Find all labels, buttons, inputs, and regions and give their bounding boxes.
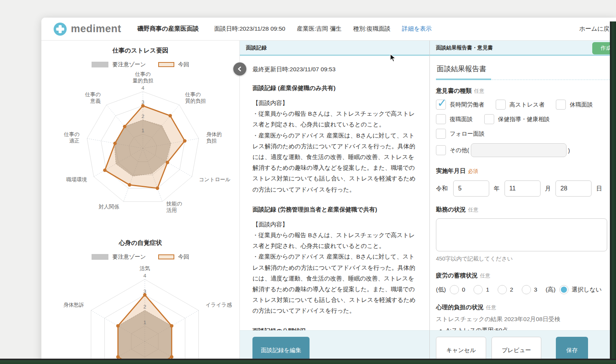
svg-text:技能の活用: 技能の活用: [166, 201, 182, 213]
svg-text:仕事の量的負担: 仕事の量的負担: [133, 71, 154, 84]
report-tab-row: 面談結果報告書: [436, 64, 611, 80]
svg-text:仕事の質的負担: 仕事の質的負担: [185, 92, 206, 104]
checkbox-unchecked[interactable]: [436, 145, 446, 155]
day-input[interactable]: [555, 180, 591, 197]
checkbox-label: その他(: [450, 147, 469, 154]
radio-option[interactable]: 選択しない: [559, 285, 602, 294]
radar-chart-svg-physical-symptoms: 1234活気イライラ感疲労感不安感抑うつ感身体愁訴: [41, 262, 239, 364]
report-panel: 面談結果報告書・意見書 作成 面談結果報告書 意見書の種類任意 ✓長時間労働者高…: [430, 41, 616, 364]
legend-current-swatch: [158, 62, 174, 67]
checkbox-unchecked[interactable]: [496, 100, 506, 110]
chart-legend: 要注意ゾーン 今回: [41, 253, 239, 261]
last-updated: 最終更新日時:2023/11/07 09:53: [252, 66, 419, 74]
legend-caution-swatch: [92, 62, 108, 67]
checkbox-label: 高ストレス者: [510, 101, 544, 108]
collapse-panel-button[interactable]: [233, 62, 246, 75]
checkbox-option[interactable]: 復職面談: [436, 114, 473, 124]
record-section-body: 【面談内容】 ・従業員からの報告 Bさんは、ストレスチェックで高ストレス者と判定…: [252, 219, 419, 316]
legend-caution-label: 要注意ゾーン: [112, 61, 146, 68]
svg-text:4: 4: [141, 85, 144, 91]
date-section: 実施年月日必須 令和 年 月 日: [436, 167, 616, 197]
month-input[interactable]: [505, 180, 541, 197]
year-input[interactable]: [453, 180, 489, 197]
year-unit: 年: [494, 185, 500, 193]
records-panel-header: 面談記録: [240, 41, 429, 56]
svg-text:仕事の意義: 仕事の意義: [85, 92, 101, 104]
screen: mediment 磯野商事の産業医面談 面談日時:2023/11/28 09:5…: [0, 0, 616, 364]
checkbox-option[interactable]: ✓長時間労働者: [436, 100, 484, 110]
fatigue-section: 疲労の蓄積状況任意 (低)0123(高)選択しない: [436, 272, 616, 294]
svg-text:1: 1: [141, 128, 144, 133]
checkbox-unchecked[interactable]: [484, 114, 494, 124]
app-body: 仕事のストレス要因 要注意ゾーン 今回 1234仕事の量的負担仕事の質的負担身体…: [41, 41, 616, 364]
opinion-type-options: ✓長時間労働者高ストレス者休職面談復職面談保健指導・健康相談フォロー面談その他(…: [436, 100, 616, 162]
radar-chart-physical-symptoms: 心身の自覚症状 要注意ゾーン 今回 1234活気イライラ感疲労感不安感抑うつ感身…: [41, 233, 239, 364]
radio-unselected[interactable]: [522, 285, 531, 294]
mouse-cursor: [390, 54, 398, 62]
records-body: 最終更新日時:2023/11/07 09:53 面談記録 (産業保健職のみ共有)…: [240, 56, 429, 330]
work-status-textarea[interactable]: [436, 218, 607, 251]
checkbox-label: 保健指導・健康相談: [498, 116, 550, 123]
checkbox-unchecked[interactable]: [436, 129, 446, 139]
record-section: 面談記録 (産業保健職のみ共有)【面談内容】 ・従業員からの報告 Bさんは、スト…: [252, 84, 419, 195]
svg-text:4: 4: [143, 273, 146, 279]
work-status-label: 勤務の状況: [436, 206, 466, 213]
interview-meta: 面談日時:2023/11/28 09:50 産業医:吉岡 彌生 種別:復職面談: [214, 25, 390, 33]
svg-text:コントロール: コントロール: [199, 177, 231, 182]
radio-unselected[interactable]: [498, 285, 507, 294]
page-title: 磯野商事の産業医面談: [138, 25, 199, 33]
legend-caution-label: 要注意ゾーン: [112, 253, 146, 261]
meta-doctor: 産業医:吉岡 彌生: [297, 25, 342, 33]
svg-text:活気: 活気: [140, 266, 151, 271]
month-unit: 月: [545, 185, 551, 193]
radio-label: 3: [534, 286, 537, 293]
radio-option[interactable]: 2: [498, 285, 513, 294]
work-status-section: 勤務の状況任意 450字以内で記載してください: [436, 206, 616, 262]
radio-option[interactable]: 3: [522, 285, 537, 294]
record-section-heading: 面談記録 (労務管理担当者と産業保健職で共有): [252, 206, 419, 214]
radar-chart-svg-work-stress: 1234仕事の量的負担仕事の質的負担身体的負担コントロール技能の活用対人関係職場…: [41, 70, 239, 233]
svg-text:イライラ感: イライラ感: [205, 302, 232, 308]
record-sections: 面談記録 (産業保健職のみ共有)【面談内容】 ・従業員からの報告 Bさんは、スト…: [252, 84, 419, 330]
mediment-logo[interactable]: mediment: [54, 23, 121, 36]
checkbox-option[interactable]: 高ストレス者: [496, 100, 544, 110]
checkbox-checked[interactable]: ✓: [436, 100, 446, 110]
opinion-type-label: 意見書の種類: [436, 87, 472, 94]
report-body: 面談結果報告書 意見書の種類任意 ✓長時間労働者高ストレス者休職面談復職面談保健…: [430, 56, 616, 330]
legend-caution-swatch: [92, 254, 108, 260]
radio-label: 選択しない: [572, 286, 602, 294]
legend-current-label: 今回: [178, 253, 189, 261]
records-panel-title: 面談記録: [246, 44, 267, 51]
psych-score-list: A:ストレスの要因:50点B:心身の自覚症状:38点C:周囲の支援:9点: [446, 326, 616, 330]
svg-text:身体的負担: 身体的負担: [206, 131, 222, 144]
checkbox-unchecked[interactable]: [436, 114, 446, 124]
checkbox-option[interactable]: 保健指導・健康相談: [484, 114, 550, 124]
checkbox-option[interactable]: その他(): [436, 143, 570, 157]
svg-text:仕事の適正: 仕事の適正: [64, 131, 80, 144]
other-text-input[interactable]: [471, 143, 567, 157]
day-unit: 日: [596, 185, 602, 193]
show-details-link[interactable]: 詳細を表示: [402, 25, 432, 33]
checkbox-label: 長時間労働者: [450, 101, 484, 108]
date-label: 実施年月日: [436, 167, 466, 174]
radio-option[interactable]: 0: [450, 285, 465, 294]
radio-unselected[interactable]: [473, 285, 483, 294]
radio-unselected[interactable]: [450, 285, 459, 294]
record-section-heading: 面談記録 (産業保健職のみ共有): [252, 84, 419, 92]
checkbox-option[interactable]: 休職面談: [556, 100, 593, 110]
radio-label: 1: [486, 286, 489, 293]
radio-label: 2: [510, 286, 513, 293]
radio-selected[interactable]: [559, 285, 568, 294]
required-badge: 必須: [468, 168, 478, 174]
mediment-logo-icon: [54, 23, 67, 36]
chart-legend: 要注意ゾーン 今回: [41, 61, 239, 68]
svg-text:身体愁訴: 身体愁訴: [64, 302, 84, 308]
tab-report[interactable]: 面談結果報告書: [436, 64, 491, 80]
checkbox-label: フォロー面談: [450, 130, 485, 138]
svg-text:2: 2: [141, 113, 144, 119]
check-icon: ✓: [437, 96, 447, 110]
checkbox-option[interactable]: フォロー面談: [436, 129, 485, 139]
checkbox-unchecked[interactable]: [556, 100, 566, 110]
record-section-heading: 面談記録の公開状況: [252, 327, 419, 330]
radio-option[interactable]: 1: [473, 285, 489, 294]
